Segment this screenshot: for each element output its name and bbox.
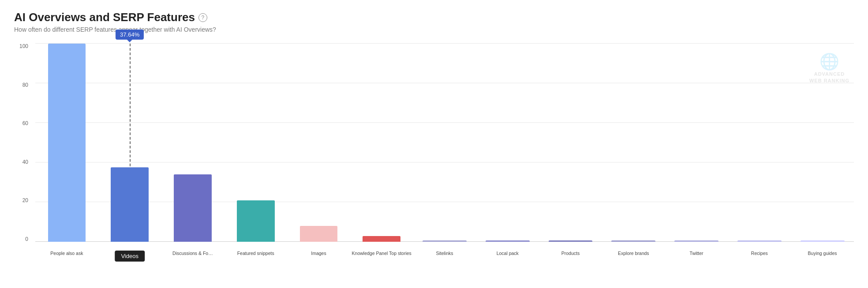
y-axis-label: 40	[22, 159, 28, 165]
bar-label: Local pack	[497, 251, 519, 256]
bar-group: Knowledge Panel Top stories	[350, 44, 413, 242]
y-axis-label: 80	[22, 82, 28, 88]
bar-group: Twitter	[665, 44, 728, 242]
bar-label: Images	[311, 251, 326, 256]
videos-bar-tooltip: Videos	[115, 251, 145, 262]
chart-bar[interactable]	[611, 240, 655, 242]
bar-label: Twitter	[690, 251, 703, 256]
y-axis-label: 20	[22, 198, 28, 203]
bar-label: Sitelinks	[436, 251, 453, 256]
chart-title: AI Overviews and SERP Features ?	[14, 11, 854, 24]
chart-bar[interactable]	[237, 200, 275, 242]
y-axis-label: 0	[25, 236, 28, 242]
bar-label: Buying guides	[808, 251, 837, 256]
chart-bar[interactable]	[737, 240, 782, 242]
bar-label: Knowledge Panel Top stories	[352, 251, 412, 256]
chart-bar[interactable]	[363, 236, 400, 242]
bar-group: Featured snippets	[224, 44, 287, 242]
chart-bar[interactable]	[549, 240, 593, 242]
bar-label: Featured snippets	[237, 251, 274, 256]
chart-bar[interactable]	[300, 226, 338, 242]
bar-group: Local pack	[476, 44, 539, 242]
chart-bar[interactable]	[674, 240, 718, 242]
y-axis-label: 60	[22, 121, 28, 126]
bar-tooltip: 37.64%	[116, 30, 144, 40]
bars-area: People also ask37.64%VideosVideosDiscuss…	[35, 44, 854, 242]
chart-bar[interactable]	[423, 240, 467, 242]
bar-label: Discussions & Fo…	[172, 251, 213, 256]
bar-label: Explore brands	[618, 251, 649, 256]
title-text: AI Overviews and SERP Features	[14, 11, 195, 24]
bar-group: 37.64%VideosVideos	[98, 44, 161, 242]
bar-group: Sitelinks	[413, 44, 476, 242]
chart-bar[interactable]	[486, 240, 530, 242]
chart-bar[interactable]	[48, 44, 86, 242]
bar-group: People also ask	[35, 44, 98, 242]
bar-group: Products	[539, 44, 602, 242]
bar-group: Discussions & Fo…	[161, 44, 224, 242]
bar-label: Recipes	[751, 251, 768, 256]
info-icon[interactable]: ?	[198, 13, 207, 22]
chart-bar[interactable]	[174, 174, 212, 242]
y-axis: 100806040200	[14, 44, 32, 242]
bar-group: Buying guides	[791, 44, 854, 242]
bar-group: Images	[287, 44, 350, 242]
bar-group: Explore brands	[602, 44, 665, 242]
bar-group: Recipes	[728, 44, 791, 242]
bar-label: Products	[561, 251, 580, 256]
chart-bar[interactable]	[111, 167, 149, 242]
chart-bar[interactable]	[801, 240, 845, 242]
bar-label: People also ask	[50, 251, 83, 256]
chart-container: 100806040200 People also ask37.64%Videos…	[14, 44, 854, 259]
y-axis-label: 100	[19, 44, 28, 49]
